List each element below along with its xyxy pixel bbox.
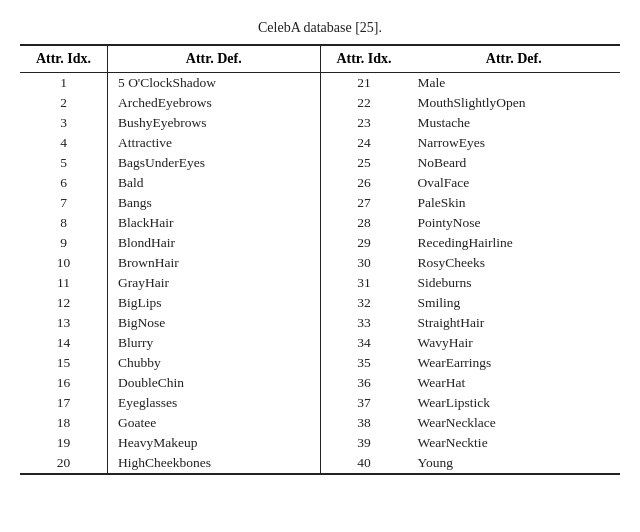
table-row: 17Eyeglasses37WearLipstick	[20, 393, 620, 413]
attr-def-right: OvalFace	[408, 173, 621, 193]
attr-idx-right: 27	[320, 193, 408, 213]
attr-def-left: BlondHair	[108, 233, 321, 253]
attr-idx-left: 12	[20, 293, 108, 313]
attr-idx-left: 15	[20, 353, 108, 373]
attr-def-right: Male	[408, 73, 621, 94]
attr-idx-left: 1	[20, 73, 108, 94]
attributes-table: Attr. Idx. Attr. Def. Attr. Idx. Attr. D…	[20, 44, 620, 475]
attr-idx-left: 2	[20, 93, 108, 113]
attr-idx-left: 4	[20, 133, 108, 153]
attr-def-right: StraightHair	[408, 313, 621, 333]
attr-idx-left: 18	[20, 413, 108, 433]
attr-def-right: NarrowEyes	[408, 133, 621, 153]
table-row: 2ArchedEyebrows22MouthSlightlyOpen	[20, 93, 620, 113]
attr-idx-left: 20	[20, 453, 108, 474]
table-row: 16DoubleChin36WearHat	[20, 373, 620, 393]
attr-def-left: ArchedEyebrows	[108, 93, 321, 113]
attr-idx-right: 38	[320, 413, 408, 433]
attr-def-left: BrownHair	[108, 253, 321, 273]
attr-idx-right: 24	[320, 133, 408, 153]
attr-idx-left: 17	[20, 393, 108, 413]
attr-def-right: WearLipstick	[408, 393, 621, 413]
attr-def-right: PaleSkin	[408, 193, 621, 213]
attr-def-right: RecedingHairline	[408, 233, 621, 253]
attr-idx-left: 9	[20, 233, 108, 253]
attr-idx-left: 10	[20, 253, 108, 273]
attr-idx-left: 6	[20, 173, 108, 193]
attr-idx-right: 25	[320, 153, 408, 173]
attr-idx-right: 36	[320, 373, 408, 393]
attr-idx-left: 16	[20, 373, 108, 393]
table-row: 15Chubby35WearEarrings	[20, 353, 620, 373]
attr-def-left: Chubby	[108, 353, 321, 373]
table-row: 10BrownHair30RosyCheeks	[20, 253, 620, 273]
table-row: 7Bangs27PaleSkin	[20, 193, 620, 213]
attr-idx-left: 8	[20, 213, 108, 233]
attr-def-right: PointyNose	[408, 213, 621, 233]
table-caption: CelebA database [25].	[20, 20, 620, 36]
attr-def-right: Mustache	[408, 113, 621, 133]
attr-def-left: Bald	[108, 173, 321, 193]
table-row: 18Goatee38WearNecklace	[20, 413, 620, 433]
attr-idx-left: 11	[20, 273, 108, 293]
header-attr-idx-2: Attr. Idx.	[320, 45, 408, 73]
table-header-row: Attr. Idx. Attr. Def. Attr. Idx. Attr. D…	[20, 45, 620, 73]
attr-idx-right: 31	[320, 273, 408, 293]
attr-def-left: Bangs	[108, 193, 321, 213]
attr-idx-left: 13	[20, 313, 108, 333]
attr-idx-right: 32	[320, 293, 408, 313]
header-attr-def-2: Attr. Def.	[408, 45, 621, 73]
attr-idx-right: 23	[320, 113, 408, 133]
table-row: 15 O'ClockShadow21Male	[20, 73, 620, 94]
attr-idx-left: 7	[20, 193, 108, 213]
table-row: 12BigLips32Smiling	[20, 293, 620, 313]
attr-def-left: GrayHair	[108, 273, 321, 293]
attr-def-right: WearNecktie	[408, 433, 621, 453]
attr-idx-left: 19	[20, 433, 108, 453]
attr-def-left: Blurry	[108, 333, 321, 353]
attr-def-left: Attractive	[108, 133, 321, 153]
attr-idx-right: 37	[320, 393, 408, 413]
attr-def-right: WearNecklace	[408, 413, 621, 433]
attr-idx-right: 35	[320, 353, 408, 373]
table-row: 19HeavyMakeup39WearNecktie	[20, 433, 620, 453]
attr-def-right: MouthSlightlyOpen	[408, 93, 621, 113]
attr-def-left: 5 O'ClockShadow	[108, 73, 321, 94]
table-row: 13BigNose33StraightHair	[20, 313, 620, 333]
table-container: CelebA database [25]. Attr. Idx. Attr. D…	[20, 20, 620, 475]
attr-idx-right: 33	[320, 313, 408, 333]
attr-idx-right: 21	[320, 73, 408, 94]
table-row: 6Bald26OvalFace	[20, 173, 620, 193]
attr-def-right: WavyHair	[408, 333, 621, 353]
header-attr-def-1: Attr. Def.	[108, 45, 321, 73]
attr-idx-right: 28	[320, 213, 408, 233]
table-row: 5BagsUnderEyes25NoBeard	[20, 153, 620, 173]
attr-def-left: HighCheekbones	[108, 453, 321, 474]
attr-def-right: WearEarrings	[408, 353, 621, 373]
attr-def-left: DoubleChin	[108, 373, 321, 393]
attr-def-left: BagsUnderEyes	[108, 153, 321, 173]
attr-def-left: BushyEyebrows	[108, 113, 321, 133]
attr-def-left: BigLips	[108, 293, 321, 313]
table-row: 9BlondHair29RecedingHairline	[20, 233, 620, 253]
attr-def-right: RosyCheeks	[408, 253, 621, 273]
attr-idx-right: 30	[320, 253, 408, 273]
attr-idx-left: 3	[20, 113, 108, 133]
attr-def-left: Goatee	[108, 413, 321, 433]
attr-def-right: Young	[408, 453, 621, 474]
table-row: 3BushyEyebrows23Mustache	[20, 113, 620, 133]
attr-idx-left: 5	[20, 153, 108, 173]
header-attr-idx-1: Attr. Idx.	[20, 45, 108, 73]
attr-idx-right: 40	[320, 453, 408, 474]
attr-def-left: BlackHair	[108, 213, 321, 233]
table-row: 11GrayHair31Sideburns	[20, 273, 620, 293]
attr-def-left: BigNose	[108, 313, 321, 333]
attr-def-right: NoBeard	[408, 153, 621, 173]
attr-idx-right: 34	[320, 333, 408, 353]
table-body: 15 O'ClockShadow21Male2ArchedEyebrows22M…	[20, 73, 620, 475]
attr-idx-right: 22	[320, 93, 408, 113]
attr-def-right: Sideburns	[408, 273, 621, 293]
attr-def-left: HeavyMakeup	[108, 433, 321, 453]
table-row: 20HighCheekbones40Young	[20, 453, 620, 474]
table-row: 4Attractive24NarrowEyes	[20, 133, 620, 153]
